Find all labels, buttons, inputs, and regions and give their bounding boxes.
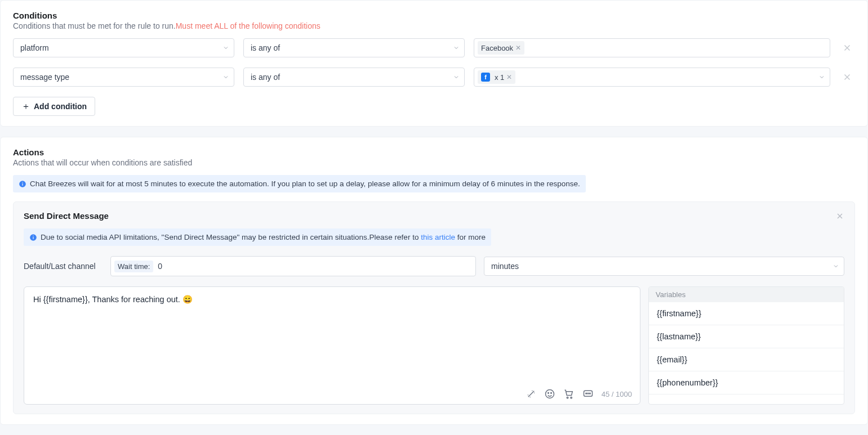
condition-value-input[interactable]: f x 1 ✕ [474, 68, 830, 87]
wait-time-prefix: Wait time: [114, 261, 153, 272]
svg-point-14 [550, 393, 551, 394]
editor-toolbar: 45 / 1000 [24, 384, 640, 404]
condition-row: platform is any of Facebook ✕ [13, 38, 855, 57]
svg-point-18 [586, 393, 587, 394]
svg-rect-6 [22, 182, 23, 182]
message-editor[interactable]: Hi {{firstname}}, Thanks for reaching ou… [24, 286, 640, 405]
message-text[interactable]: Hi {{firstname}}, Thanks for reaching ou… [24, 287, 640, 384]
svg-rect-5 [22, 183, 23, 185]
emoji-icon[interactable] [544, 388, 555, 400]
conditions-desc: Conditions that must be met for the rule… [13, 21, 855, 30]
condition-value-input[interactable]: Facebook ✕ [474, 38, 830, 57]
condition-value-tag: Facebook ✕ [478, 41, 524, 55]
conditions-panel: Conditions Conditions that must be met f… [0, 0, 868, 127]
tag-remove-icon[interactable]: ✕ [506, 74, 512, 80]
editor-row: Hi {{firstname}}, Thanks for reaching ou… [24, 286, 844, 405]
variables-title: Variables [649, 287, 844, 302]
condition-operator-value: is any of [251, 43, 280, 52]
variable-item[interactable]: {{email}} [649, 348, 844, 371]
condition-field-select[interactable]: platform [13, 38, 234, 57]
action-card-header: Send Direct Message [24, 211, 844, 221]
action-card-close-button[interactable] [835, 212, 844, 221]
conditions-required: Must meet ALL of the following condition… [176, 21, 321, 30]
actions-title: Actions [13, 147, 855, 157]
variable-item[interactable]: {{firstname}} [649, 302, 844, 325]
actions-panel: Actions Actions that will occur when con… [0, 137, 868, 425]
action-card-title: Send Direct Message [24, 211, 109, 221]
action-info-text: Due to social media API limitations, "Se… [41, 233, 486, 241]
message-icon[interactable] [582, 388, 594, 400]
condition-operator-select[interactable]: is any of [243, 38, 465, 57]
plus-icon: ＋ [21, 102, 30, 111]
wait-row: Default/Last channel Wait time: minutes [24, 256, 844, 276]
action-info-link[interactable]: this article [421, 233, 455, 241]
actions-desc: Actions that will occur when conditions … [13, 158, 855, 167]
svg-point-15 [567, 397, 568, 398]
svg-point-12 [545, 390, 554, 398]
wait-time-input[interactable]: Wait time: [110, 256, 476, 276]
svg-point-13 [547, 393, 549, 394]
actions-info-text: Chat Breezes will wait for at most 5 min… [30, 180, 580, 188]
chevron-down-icon [818, 74, 825, 80]
channel-label: Default/Last channel [24, 262, 103, 271]
condition-field-value: message type [20, 73, 69, 82]
condition-operator-value: is any of [251, 73, 280, 82]
remove-condition-button[interactable] [839, 72, 855, 82]
variable-item[interactable]: {{lastname}} [649, 325, 844, 348]
variables-panel: Variables {{firstname}} {{lastname}} {{e… [648, 286, 844, 405]
wait-time-field[interactable] [158, 262, 470, 271]
condition-operator-select[interactable]: is any of [243, 68, 465, 87]
conditions-desc-text: Conditions that must be met for the rule… [13, 21, 176, 30]
wait-unit-value: minutes [491, 262, 519, 271]
chevron-down-icon [222, 44, 229, 51]
chevron-down-icon [222, 74, 229, 80]
tag-label: x 1 [495, 73, 504, 82]
svg-rect-10 [33, 236, 33, 239]
condition-value-tag: f x 1 ✕ [478, 70, 515, 84]
tag-label: Facebook [481, 44, 513, 52]
chevron-down-icon [453, 44, 460, 51]
variable-item[interactable]: {{phonenumber}} [649, 371, 844, 394]
char-counter: 45 / 1000 [602, 390, 632, 398]
tag-remove-icon[interactable]: ✕ [515, 44, 521, 51]
chevron-down-icon [833, 263, 839, 270]
svg-point-16 [571, 397, 572, 398]
add-condition-button[interactable]: ＋ Add condition [13, 97, 95, 116]
svg-point-19 [587, 393, 589, 394]
info-icon [19, 180, 26, 188]
info-icon [29, 234, 37, 241]
actions-info-banner: Chat Breezes will wait for at most 5 min… [13, 175, 586, 192]
magic-wand-icon[interactable] [526, 389, 536, 399]
chevron-down-icon [453, 74, 460, 80]
add-condition-label: Add condition [34, 102, 87, 111]
cart-icon[interactable] [563, 388, 575, 400]
svg-rect-11 [33, 235, 33, 236]
remove-condition-button[interactable] [839, 43, 855, 53]
facebook-icon: f [481, 73, 490, 82]
condition-field-value: platform [20, 43, 49, 52]
condition-row: message type is any of f x 1 ✕ [13, 68, 855, 87]
wait-unit-select[interactable]: minutes [484, 257, 844, 276]
conditions-title: Conditions [13, 11, 855, 20]
condition-field-select[interactable]: message type [13, 68, 234, 87]
svg-point-20 [589, 393, 590, 394]
action-card: Send Direct Message Due to social media … [13, 201, 855, 414]
action-info-banner: Due to social media API limitations, "Se… [24, 228, 491, 246]
variables-list[interactable]: {{firstname}} {{lastname}} {{email}} {{p… [649, 302, 844, 394]
